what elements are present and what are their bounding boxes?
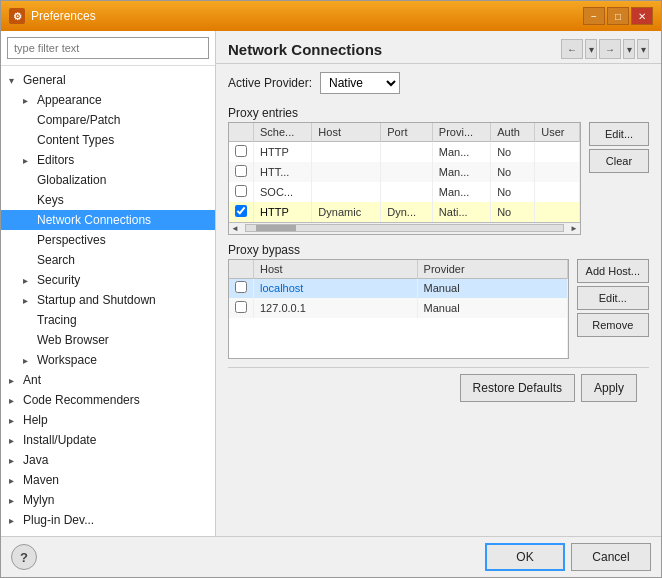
row-checkbox[interactable] [235,301,247,313]
row-checkbox-cell[interactable] [229,298,254,318]
sidebar-item-perspectives[interactable]: Perspectives [1,230,215,250]
row-host: localhost [254,278,418,298]
sidebar-item-ant[interactable]: ▸ Ant [1,370,215,390]
sidebar-item-security[interactable]: ▸ Security [1,270,215,290]
expand-arrow: ▸ [9,395,23,406]
row-checkbox-cell[interactable] [229,278,254,298]
col-auth: Auth [491,123,535,142]
table-row[interactable]: HTT... Man... No [229,162,580,182]
scroll-track[interactable] [245,224,564,232]
sidebar-item-tracing[interactable]: Tracing [1,310,215,330]
sidebar-item-network-connections[interactable]: Network Connections [1,210,215,230]
expand-arrow: ▸ [9,515,23,526]
back-dropdown[interactable]: ▾ [585,39,597,59]
sidebar-item-install-update[interactable]: ▸ Install/Update [1,430,215,450]
table-row[interactable]: HTTP Man... No [229,142,580,162]
row-port [381,162,433,182]
sidebar-item-web-browser[interactable]: Web Browser [1,330,215,350]
sidebar-item-label: General [23,73,66,87]
expand-arrow: ▸ [23,155,37,166]
menu-dropdown[interactable]: ▾ [637,39,649,59]
bypass-table-row[interactable]: 127.0.0.1 Manual [229,298,567,318]
sidebar-item-search[interactable]: Search [1,250,215,270]
proxy-entries-buttons: Edit... Clear [589,122,649,235]
expand-arrow: ▾ [9,75,23,86]
sidebar-item-workspace[interactable]: ▸ Workspace [1,350,215,370]
table-row-selected[interactable]: HTTP Dynamic Dyn... Nati... No [229,202,580,222]
sidebar-item-startup-shutdown[interactable]: ▸ Startup and Shutdown [1,290,215,310]
search-box [1,31,215,66]
sidebar-item-code-recommenders[interactable]: ▸ Code Recommenders [1,390,215,410]
forward-dropdown[interactable]: ▾ [623,39,635,59]
back-button[interactable]: ← [561,39,583,59]
expand-arrow: ▸ [9,475,23,486]
sidebar-item-mylyn[interactable]: ▸ Mylyn [1,490,215,510]
restore-defaults-button[interactable]: Restore Defaults [460,374,575,402]
maximize-button[interactable]: □ [607,7,629,25]
row-checkbox-cell[interactable] [229,142,254,162]
expand-arrow: ▸ [9,375,23,386]
row-port: Dyn... [381,202,433,222]
horizontal-scrollbar[interactable]: ◄ ► [229,222,580,234]
sidebar-item-help[interactable]: ▸ Help [1,410,215,430]
row-port [381,182,433,202]
edit-proxy-button[interactable]: Edit... [589,122,649,146]
sidebar-item-label: Perspectives [37,233,106,247]
cancel-button[interactable]: Cancel [571,543,651,571]
panel-title: Network Connections [228,41,382,58]
expand-arrow [23,115,37,126]
ok-button[interactable]: OK [485,543,565,571]
scroll-left-btn[interactable]: ◄ [229,224,241,233]
row-provider: Man... [432,162,490,182]
bypass-table-wrap: Host Provider localhost Manual [228,259,569,360]
row-auth: No [491,142,535,162]
row-checkbox[interactable] [235,145,247,157]
sidebar-item-keys[interactable]: Keys [1,190,215,210]
row-port [381,142,433,162]
apply-button[interactable]: Apply [581,374,637,402]
scroll-thumb[interactable] [256,225,296,231]
table-row[interactable]: SOC... Man... No [229,182,580,202]
row-checkbox[interactable] [235,205,247,217]
proxy-entries-table: Sche... Host Port Provi... Auth User [229,123,580,222]
sidebar-item-general[interactable]: ▾ General [1,70,215,90]
add-host-button[interactable]: Add Host... [577,259,649,283]
remove-bypass-button[interactable]: Remove [577,313,649,337]
row-checkbox[interactable] [235,281,247,293]
sidebar-item-appearance[interactable]: ▸ Appearance [1,90,215,110]
content-area: ▾ General ▸ Appearance Compare/Patch Con… [1,31,661,536]
scroll-right-btn[interactable]: ► [568,224,580,233]
row-checkbox[interactable] [235,165,247,177]
sidebar-item-label: Workspace [37,353,97,367]
search-input[interactable] [7,37,209,59]
minimize-button[interactable]: − [583,7,605,25]
sidebar-item-maven[interactable]: ▸ Maven [1,470,215,490]
sidebar-item-content-types[interactable]: Content Types [1,130,215,150]
row-auth: No [491,162,535,182]
row-provider: Nati... [432,202,490,222]
sidebar-item-editors[interactable]: ▸ Editors [1,150,215,170]
row-checkbox-cell[interactable] [229,162,254,182]
sidebar-item-compare-patch[interactable]: Compare/Patch [1,110,215,130]
expand-arrow: ▸ [23,95,37,106]
forward-button[interactable]: → [599,39,621,59]
bypass-table-row-selected[interactable]: localhost Manual [229,278,567,298]
clear-proxy-button[interactable]: Clear [589,149,649,173]
sidebar-item-plugin-dev[interactable]: ▸ Plug-in Dev... [1,510,215,530]
window-title: Preferences [31,9,577,23]
expand-arrow [23,315,37,326]
row-checkbox-cell[interactable] [229,182,254,202]
sidebar-item-globalization[interactable]: Globalization [1,170,215,190]
edit-bypass-button[interactable]: Edit... [577,286,649,310]
close-button[interactable]: ✕ [631,7,653,25]
dialog-actions: OK Cancel [485,543,651,571]
window-controls: − □ ✕ [583,7,653,25]
bottom-bar: Restore Defaults Apply [228,367,649,408]
active-provider-select[interactable]: Native Direct Manual [320,72,400,94]
row-user [535,142,580,162]
row-checkbox-cell[interactable] [229,202,254,222]
help-button[interactable]: ? [11,544,37,570]
row-checkbox[interactable] [235,185,247,197]
sidebar-item-java[interactable]: ▸ Java [1,450,215,470]
sidebar-item-label: Help [23,413,48,427]
